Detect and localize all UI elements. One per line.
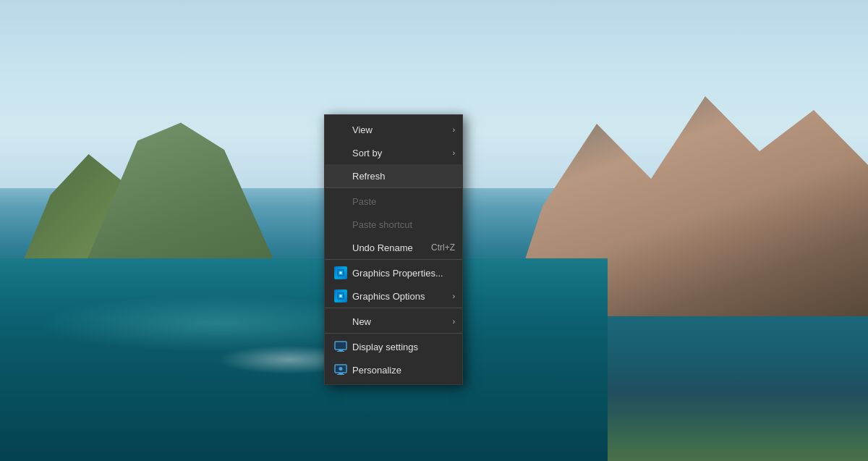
menu-item-paste-label: Paste	[352, 196, 454, 207]
svg-rect-2	[340, 272, 342, 274]
new-arrow-icon: ›	[453, 318, 455, 326]
intel-icon-go	[334, 289, 347, 303]
menu-item-sort-by-label: Sort by	[352, 148, 454, 158]
menu-item-refresh-label: Refresh	[352, 171, 454, 182]
svg-rect-13	[339, 373, 343, 374]
display-icon-svg	[334, 340, 347, 353]
svg-rect-8	[337, 351, 344, 352]
view-icon-placeholder	[333, 122, 348, 137]
refresh-icon-placeholder	[333, 169, 348, 183]
sort-arrow-icon: ›	[453, 149, 455, 157]
svg-rect-5	[340, 295, 342, 297]
menu-item-display-settings-label: Display settings	[352, 342, 454, 352]
menu-item-refresh[interactable]: Refresh	[325, 164, 462, 188]
menu-item-view[interactable]: View ›	[325, 118, 462, 141]
menu-item-view-label: View	[352, 124, 454, 135]
menu-item-new-label: New	[352, 316, 454, 327]
undo-shortcut-label: Ctrl+Z	[431, 242, 455, 253]
graphics-options-arrow-icon: ›	[453, 292, 455, 300]
menu-item-sort-by[interactable]: Sort by ›	[325, 141, 462, 164]
graphics-options-icon	[333, 289, 348, 303]
intel-icon-gp	[334, 266, 347, 279]
menu-item-new[interactable]: New ›	[325, 310, 462, 334]
menu-item-graphics-options[interactable]: Graphics Options ›	[325, 284, 462, 308]
svg-rect-7	[339, 350, 343, 351]
menu-item-paste-shortcut-label: Paste shortcut	[352, 219, 454, 230]
menu-item-paste-shortcut: Paste shortcut	[325, 213, 462, 236]
menu-item-paste: Paste	[325, 190, 462, 213]
sort-icon-placeholder	[333, 145, 348, 160]
menu-item-graphics-properties-label: Graphics Properties...	[352, 268, 454, 279]
context-menu: View › Sort by › Refresh Paste Paste sho…	[324, 114, 463, 385]
menu-item-display-settings[interactable]: Display settings	[325, 335, 462, 358]
undo-icon-placeholder	[333, 240, 348, 255]
menu-item-graphics-options-label: Graphics Options	[352, 291, 454, 302]
svg-rect-9	[336, 342, 346, 349]
paste-shortcut-icon-placeholder	[333, 217, 348, 232]
view-arrow-icon: ›	[453, 126, 455, 134]
personalize-icon	[333, 363, 348, 377]
menu-item-personalize[interactable]: Personalize	[325, 358, 462, 381]
menu-item-undo-rename[interactable]: Undo Rename Ctrl+Z	[325, 236, 462, 260]
graphics-properties-icon	[333, 266, 348, 280]
svg-rect-14	[337, 374, 344, 375]
menu-item-graphics-properties[interactable]: Graphics Properties...	[325, 261, 462, 284]
personalize-icon-svg	[334, 363, 347, 376]
display-settings-icon	[333, 339, 348, 354]
menu-item-personalize-label: Personalize	[352, 365, 454, 376]
svg-point-12	[339, 367, 343, 371]
paste-icon-placeholder	[333, 194, 348, 208]
new-icon-placeholder	[333, 314, 348, 329]
